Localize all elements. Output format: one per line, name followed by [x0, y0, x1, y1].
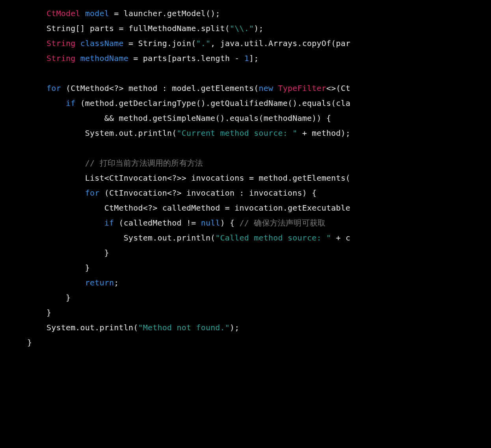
code-token: className	[80, 39, 124, 48]
code-token: CtModel	[46, 9, 80, 18]
code-token: (calledMethod !=	[114, 218, 201, 228]
code-token: }	[8, 248, 109, 257]
code-line: if (calledMethod != null) { // 确保方法声明可获取	[8, 218, 325, 228]
code-token: = parts[parts.length -	[128, 54, 244, 63]
code-token	[75, 54, 80, 63]
code-editor[interactable]: CtModel model = launcher.getModel(); Str…	[0, 0, 491, 350]
code-token: "Method not found."	[138, 323, 230, 332]
code-token: String	[46, 39, 75, 48]
code-token: methodName	[80, 54, 128, 63]
code-token: (CtMethod<?> method : model.getElements(	[61, 83, 259, 93]
code-line: if (method.getDeclaringType().getQualifi…	[8, 98, 350, 108]
code-token: }	[8, 338, 32, 347]
code-token: String[] parts = fullMethodName.split(	[8, 24, 230, 33]
code-line: String methodName = parts[parts.length -…	[8, 54, 259, 63]
code-token: + c	[331, 233, 350, 243]
code-token: "Called method source: "	[215, 233, 331, 243]
code-token: null	[201, 218, 220, 228]
code-token: + method);	[297, 128, 350, 138]
code-token	[8, 54, 46, 63]
code-line: String[] parts = fullMethodName.split("\…	[8, 24, 264, 33]
code-token: TypeFilter	[278, 83, 326, 93]
code-line: for (CtMethod<?> method : model.getEleme…	[8, 83, 350, 93]
code-line: return;	[8, 278, 119, 287]
code-token: new	[259, 83, 273, 93]
code-token: (CtInvocation<?> invocation : invocation…	[100, 188, 317, 198]
code-token	[8, 278, 85, 287]
code-token: ;	[114, 278, 119, 287]
code-line: CtMethod<?> calledMethod = invocation.ge…	[8, 203, 350, 213]
code-line: }	[8, 248, 109, 257]
code-line: System.out.println("Method not found.");	[8, 323, 240, 332]
code-token: , java.util.Arrays.copyOf(par	[210, 39, 350, 48]
code-token: 1	[244, 54, 249, 63]
code-token: CtMethod<?> calledMethod = invocation.ge…	[8, 203, 350, 213]
code-token: );	[230, 323, 239, 332]
code-line: String className = String.join(".", java…	[8, 39, 350, 48]
code-token: // 确保方法声明可获取	[240, 218, 326, 228]
code-token: List<CtInvocation<?>> invocations = meth…	[8, 173, 350, 183]
code-line: System.out.println("Called method source…	[8, 233, 350, 243]
code-block: CtModel model = launcher.getModel(); Str…	[8, 9, 350, 347]
code-token: }	[8, 263, 90, 272]
code-token: }	[8, 293, 71, 302]
code-token: System.out.println(	[8, 233, 215, 243]
code-token: System.out.println(	[8, 323, 138, 332]
code-token: model	[85, 9, 109, 18]
code-line: // 打印当前方法调用的所有方法	[8, 158, 203, 168]
code-token: for	[46, 83, 61, 93]
code-token: && method.getSimpleName().equals(methodN…	[8, 113, 331, 123]
code-token: "\\."	[230, 24, 254, 33]
code-line: }	[8, 338, 32, 347]
code-token: if	[104, 218, 114, 228]
code-line: }	[8, 263, 90, 272]
code-token	[8, 39, 46, 48]
code-token: ) {	[220, 218, 240, 228]
code-line: System.out.println("Current method sourc…	[8, 128, 350, 138]
code-token: for	[85, 188, 100, 198]
code-token: System.out.println(	[8, 128, 177, 138]
code-line: }	[8, 293, 71, 302]
code-token: <>(Ct	[326, 83, 350, 93]
code-token	[80, 9, 85, 18]
code-line: CtModel model = launcher.getModel();	[8, 9, 220, 18]
code-token: }	[8, 308, 51, 317]
code-token	[8, 9, 46, 18]
code-token: // 打印当前方法调用的所有方法	[85, 158, 203, 168]
code-token: "Current method source: "	[177, 128, 297, 138]
code-token	[8, 98, 66, 108]
code-token	[8, 83, 46, 93]
code-line: }	[8, 308, 51, 317]
code-token: = launcher.getModel();	[109, 9, 220, 18]
code-token: );	[254, 24, 263, 33]
code-line: for (CtInvocation<?> invocation : invoca…	[8, 188, 316, 198]
code-token: = String.join(	[124, 39, 196, 48]
code-token: String	[46, 54, 75, 63]
code-token	[75, 39, 80, 48]
code-token: (method.getDeclaringType().getQualifiedN…	[75, 98, 350, 108]
code-token	[8, 218, 104, 228]
code-line: && method.getSimpleName().equals(methodN…	[8, 113, 331, 123]
code-token	[273, 83, 278, 93]
code-token	[8, 158, 85, 168]
code-token: ];	[249, 54, 259, 63]
code-token: "."	[196, 39, 210, 48]
code-token: if	[66, 98, 75, 108]
code-line: List<CtInvocation<?>> invocations = meth…	[8, 173, 350, 183]
code-token: return	[85, 278, 114, 287]
code-token	[8, 188, 85, 198]
